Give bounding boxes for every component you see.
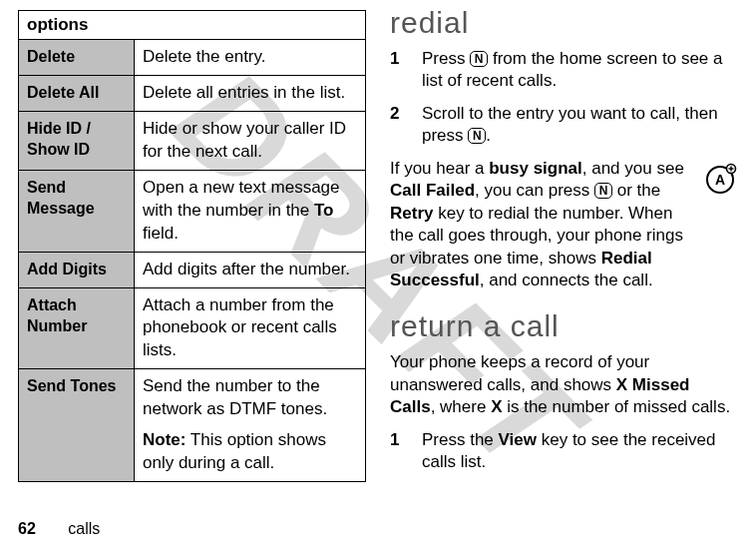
key-icon: N	[470, 51, 488, 67]
table-row: Hide ID / Show ID Hide or show your call…	[19, 111, 366, 170]
option-name: Delete	[19, 40, 135, 76]
heading-redial: redial	[390, 6, 738, 40]
step-text: Scroll to the entry you want to call, th…	[422, 103, 738, 148]
step-text: Press the View key to see the received c…	[422, 429, 738, 474]
page-number: 62	[18, 520, 36, 537]
table-row: Attach Number Attach a number from the p…	[19, 287, 366, 369]
auto-redial-icon: A	[702, 160, 738, 196]
svg-text:A: A	[715, 172, 725, 188]
step-number: 1	[390, 48, 404, 93]
option-name: Hide ID / Show ID	[19, 111, 135, 170]
table-row: Send Tones Send the number to the networ…	[19, 369, 366, 482]
options-header: options	[19, 11, 366, 40]
page-footer: 62 calls	[18, 520, 100, 538]
page-content: options Delete Delete the entry. Delete …	[0, 0, 756, 484]
busy-signal-paragraph: If you hear a busy signal, and you see C…	[390, 158, 738, 292]
option-name: Delete All	[19, 75, 135, 111]
option-desc: Delete the entry.	[135, 40, 366, 76]
option-desc: Open a new text message with the number …	[135, 170, 366, 252]
option-desc: Add digits after the number.	[135, 252, 366, 287]
option-name: Add Digits	[19, 252, 135, 287]
step-text: Press N from the home screen to see a li…	[422, 48, 738, 93]
return-call-paragraph: Your phone keeps a record of your unansw…	[390, 351, 738, 418]
table-row: Send Message Open a new text message wit…	[19, 170, 366, 252]
option-desc: Delete all entries in the list.	[135, 75, 366, 111]
right-column: redial 1 Press N from the home screen to…	[390, 10, 738, 484]
table-row: Delete All Delete all entries in the lis…	[19, 75, 366, 111]
options-table: options Delete Delete the entry. Delete …	[18, 10, 366, 482]
key-icon: N	[468, 128, 486, 144]
option-desc: Send the number to the network as DTMF t…	[135, 369, 366, 482]
step-1: 1 Press N from the home screen to see a …	[390, 48, 738, 93]
step-2: 2 Scroll to the entry you want to call, …	[390, 103, 738, 148]
option-name: Send Tones	[19, 369, 135, 482]
step-number: 2	[390, 103, 404, 148]
table-row: Add Digits Add digits after the number.	[19, 252, 366, 287]
table-row: Delete Delete the entry.	[19, 40, 366, 76]
option-name: Send Message	[19, 170, 135, 252]
option-name: Attach Number	[19, 287, 135, 369]
section-label: calls	[68, 520, 100, 537]
heading-return-call: return a call	[390, 309, 738, 343]
left-column: options Delete Delete the entry. Delete …	[18, 10, 366, 484]
option-desc: Hide or show your caller ID for the next…	[135, 111, 366, 170]
step-number: 1	[390, 429, 404, 474]
key-icon: N	[594, 183, 612, 199]
return-step-1: 1 Press the View key to see the received…	[390, 429, 738, 474]
option-desc: Attach a number from the phonebook or re…	[135, 287, 366, 369]
